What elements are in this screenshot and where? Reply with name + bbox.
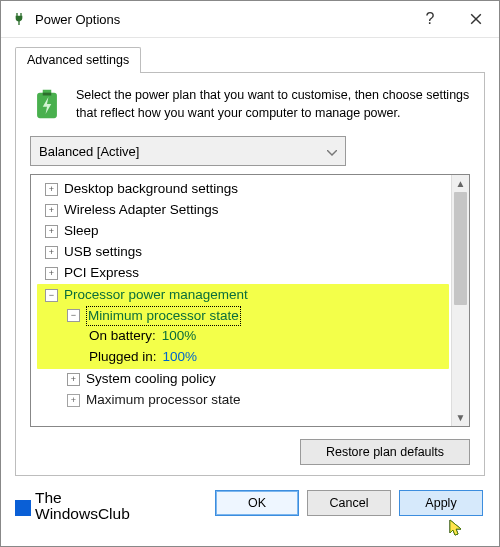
tab-strip: Advanced settings [15,46,485,72]
restore-defaults-button[interactable]: Restore plan defaults [300,439,470,465]
apply-button[interactable]: Apply [399,490,483,516]
intro-text: Select the power plan that you want to c… [76,87,470,122]
intro-row: Select the power plan that you want to c… [30,87,470,122]
watermark: The WindowsClub [15,490,207,523]
tree-item-max-processor-state[interactable]: + Maximum processor state [37,390,449,411]
tree-item-plugged-in[interactable]: Plugged in: 100% [37,347,449,368]
tree-content: + Desktop background settings + Wireless… [31,175,451,426]
tree-item-on-battery[interactable]: On battery: 100% [37,326,449,347]
plugged-in-value[interactable]: 100% [163,347,198,368]
tree-item-wireless[interactable]: + Wireless Adapter Settings [37,200,449,221]
power-plan-selected: Balanced [Active] [39,144,139,159]
scroll-up-button[interactable]: ▲ [452,175,469,192]
titlebar: Power Options ? [1,1,499,38]
chevron-down-icon [327,144,337,159]
on-battery-value[interactable]: 100% [162,326,197,347]
expand-icon[interactable]: + [45,183,58,196]
close-button[interactable] [453,1,499,37]
battery-icon [30,87,64,121]
tab-advanced-settings[interactable]: Advanced settings [15,47,141,73]
scroll-thumb[interactable] [454,192,467,305]
scroll-track[interactable] [452,192,469,409]
content-area: Advanced settings Select the power plan … [1,38,499,476]
help-button[interactable]: ? [407,1,453,37]
collapse-icon[interactable]: − [45,289,58,302]
tree-item-min-processor-state[interactable]: − Minimum processor state [37,306,449,327]
tree-item-usb[interactable]: + USB settings [37,242,449,263]
collapse-icon[interactable]: − [67,309,80,322]
power-plug-icon [11,11,27,27]
scrollbar[interactable]: ▲ ▼ [451,175,469,426]
expand-icon[interactable]: + [45,246,58,259]
power-options-dialog: Power Options ? Advanced settings Select… [0,0,500,547]
expand-icon[interactable]: + [45,267,58,280]
expand-icon[interactable]: + [45,204,58,217]
selected-item: Minimum processor state [86,306,241,327]
tree-item-cooling-policy[interactable]: + System cooling policy [37,369,449,390]
ok-button[interactable]: OK [215,490,299,516]
tree-item-desktop-background[interactable]: + Desktop background settings [37,179,449,200]
tree-item-processor-power[interactable]: − Processor power management [37,285,449,306]
cancel-button[interactable]: Cancel [307,490,391,516]
expand-icon[interactable]: + [45,225,58,238]
settings-tree: + Desktop background settings + Wireless… [30,174,470,427]
tree-item-pci[interactable]: + PCI Express [37,263,449,284]
restore-row: Restore plan defaults [30,439,470,465]
scroll-down-button[interactable]: ▼ [452,409,469,426]
tree-item-sleep[interactable]: + Sleep [37,221,449,242]
expand-icon[interactable]: + [67,373,80,386]
tab-panel: Select the power plan that you want to c… [15,72,485,476]
power-plan-select[interactable]: Balanced [Active] [30,136,346,166]
highlighted-region: − Processor power management − Minimum p… [37,284,449,370]
brand-square-icon [15,500,31,516]
dialog-footer: The WindowsClub OK Cancel Apply [1,476,499,546]
window-title: Power Options [35,12,407,27]
expand-icon[interactable]: + [67,394,80,407]
